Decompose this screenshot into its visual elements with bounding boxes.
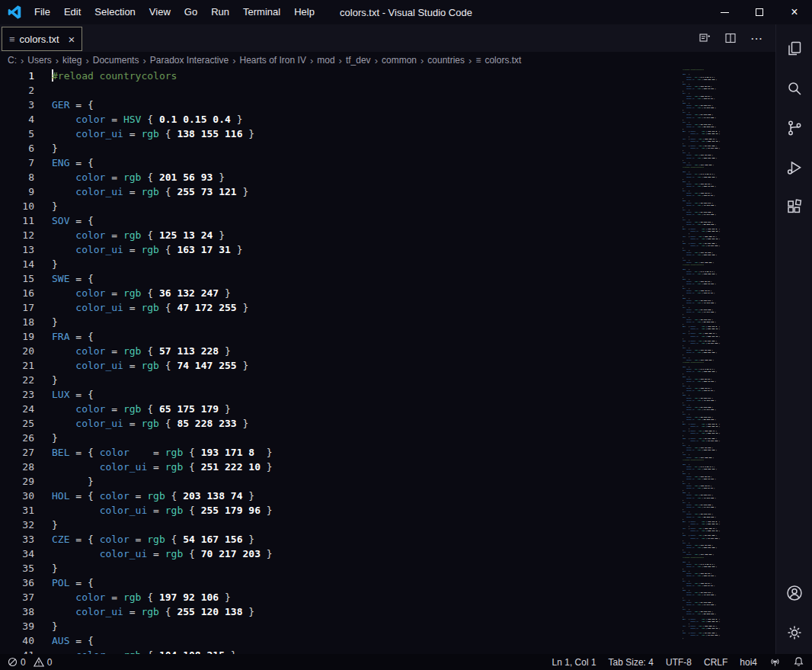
code-line[interactable]: 11SOV = { <box>0 213 676 228</box>
line-number: 25 <box>0 416 34 431</box>
source-control-icon[interactable] <box>776 108 812 148</box>
code-line[interactable]: 38 color_ui = rgb { 255 120 138 } <box>0 604 676 619</box>
code-line[interactable]: 14} <box>0 257 676 271</box>
line-number: 22 <box>0 373 34 387</box>
code-line[interactable]: 22} <box>0 373 676 387</box>
code-line[interactable]: 36POL = { <box>0 575 676 590</box>
code-line[interactable]: 10} <box>0 199 676 213</box>
line-content: color_ui = rgb { 255 73 121 } <box>34 184 248 199</box>
code-line[interactable]: 40AUS = { <box>0 633 676 648</box>
language-mode[interactable]: hoi4 <box>740 657 757 668</box>
menu-item-run[interactable]: Run <box>204 0 236 24</box>
code-line[interactable]: 15SWE = { <box>0 271 676 286</box>
notifications-bell-icon[interactable] <box>793 656 804 668</box>
line-content: AUS = { <box>34 633 94 648</box>
code-line[interactable]: 28 color_ui = rgb { 251 222 10 } <box>0 460 676 474</box>
breadcrumb-item[interactable]: countries <box>427 55 465 66</box>
menu-item-go[interactable]: Go <box>177 0 204 24</box>
breadcrumb-item[interactable]: colors.txt <box>484 55 521 66</box>
code-line[interactable]: 19FRA = { <box>0 329 676 344</box>
extensions-icon[interactable] <box>776 188 812 227</box>
code-line[interactable]: 7ENG = { <box>0 155 676 170</box>
eol-sequence[interactable]: CRLF <box>704 657 727 668</box>
close-button[interactable]: × <box>777 0 812 24</box>
error-icon <box>8 657 18 667</box>
code-line[interactable]: 41 color = rgb { 104 108 215 } <box>0 648 676 654</box>
code-line[interactable]: 4 color = HSV { 0.1 0.15 0.4 } <box>0 112 676 127</box>
line-number: 33 <box>0 532 34 547</box>
settings-gear-icon[interactable] <box>776 613 812 652</box>
code-area[interactable]: 1#reload countrycolors23GER = {4 color =… <box>0 69 676 654</box>
code-line[interactable]: 35} <box>0 561 676 575</box>
code-line[interactable]: 8 color = rgb { 201 56 93 } <box>0 170 676 184</box>
code-line[interactable]: 5 color_ui = rgb { 138 155 116 } <box>0 127 676 141</box>
minimap[interactable]: #reload countrycolorsGER = { color = HSV… <box>676 69 775 654</box>
code-line[interactable]: 27BEL = { color = rgb { 193 171 8 } <box>0 445 676 460</box>
code-line[interactable]: 3GER = { <box>0 98 676 112</box>
code-line[interactable]: 33CZE = { color = rgb { 54 167 156 } <box>0 532 676 547</box>
explorer-icon[interactable] <box>776 29 812 69</box>
line-content: FRA = { <box>34 329 94 344</box>
breadcrumb-item[interactable]: mod <box>317 55 334 66</box>
breadcrumb-item[interactable]: Documents <box>93 55 139 66</box>
code-line[interactable]: 2 <box>0 83 676 98</box>
menu-item-edit[interactable]: Edit <box>57 0 88 24</box>
tab-close-icon[interactable]: × <box>64 33 75 46</box>
maximize-button[interactable] <box>742 0 777 24</box>
code-line[interactable]: 17 color_ui = rgb { 47 172 255 } <box>0 300 676 315</box>
minimize-button[interactable] <box>707 0 742 24</box>
breadcrumb-item[interactable]: kiteg <box>62 55 82 66</box>
open-changes-icon[interactable] <box>699 32 711 44</box>
editor[interactable]: 1#reload countrycolors23GER = {4 color =… <box>0 69 775 654</box>
problems-indicator[interactable]: 0 0 <box>8 657 52 668</box>
more-actions-icon[interactable]: ⋯ <box>750 31 763 46</box>
menu-item-selection[interactable]: Selection <box>88 0 142 24</box>
code-line[interactable]: 6} <box>0 141 676 155</box>
menu-item-terminal[interactable]: Terminal <box>236 0 287 24</box>
code-line[interactable]: 13 color_ui = rgb { 163 17 31 } <box>0 242 676 257</box>
line-content: color_ui = rgb { 255 179 96 } <box>34 503 273 518</box>
tab-colors-txt[interactable]: ≡ colors.txt × <box>2 27 82 51</box>
code-line[interactable]: 25 color_ui = rgb { 85 228 233 } <box>0 416 676 431</box>
menu-item-help[interactable]: Help <box>287 0 321 24</box>
split-editor-icon[interactable] <box>724 32 737 44</box>
code-line[interactable]: 18} <box>0 315 676 329</box>
encoding[interactable]: UTF-8 <box>666 657 692 668</box>
code-line[interactable]: 1#reload countrycolors <box>0 69 676 83</box>
remote-indicator-icon[interactable] <box>769 656 781 668</box>
account-icon[interactable] <box>776 573 812 613</box>
code-line[interactable]: 9 color_ui = rgb { 255 73 121 } <box>0 184 676 199</box>
cursor-position[interactable]: Ln 1, Col 1 <box>552 657 596 668</box>
breadcrumb-item[interactable]: C: <box>8 55 17 66</box>
breadcrumb-item[interactable]: Users <box>27 55 51 66</box>
line-content: } <box>34 257 58 271</box>
code-line[interactable]: 29 } <box>0 474 676 489</box>
code-line[interactable]: 12 color = rgb { 125 13 24 } <box>0 228 676 242</box>
code-line[interactable]: 23LUX = { <box>0 387 676 402</box>
breadcrumb-item[interactable]: Paradox Interactive <box>150 55 229 66</box>
line-content: color = rgb { 197 92 106 } <box>34 590 231 604</box>
code-line[interactable]: 20 color = rgb { 57 113 228 } <box>0 344 676 358</box>
line-content: color = HSV { 0.1 0.15 0.4 } <box>34 112 242 127</box>
breadcrumb-item[interactable]: Hearts of Iron IV <box>240 55 306 66</box>
code-line[interactable]: 34 color_ui = rgb { 70 217 203 } <box>0 547 676 561</box>
line-number: 17 <box>0 300 34 315</box>
search-icon[interactable] <box>776 69 812 108</box>
breadcrumb-item[interactable]: tf_dev <box>346 55 371 66</box>
code-line[interactable]: 39} <box>0 619 676 633</box>
line-content: CZE = { color = rgb { 54 167 156 } <box>34 532 254 547</box>
breadcrumb-item[interactable]: common <box>382 55 417 66</box>
code-line[interactable]: 30HOL = { color = rgb { 203 138 74 } <box>0 489 676 503</box>
run-debug-icon[interactable] <box>776 148 812 188</box>
editor-actions: ⋯ <box>699 31 775 46</box>
code-line[interactable]: 26} <box>0 431 676 445</box>
menu-item-file[interactable]: File <box>27 0 57 24</box>
code-line[interactable]: 21 color_ui = rgb { 74 147 255 } <box>0 358 676 373</box>
menu-item-view[interactable]: View <box>142 0 177 24</box>
code-line[interactable]: 31 color_ui = rgb { 255 179 96 } <box>0 503 676 518</box>
code-line[interactable]: 32} <box>0 518 676 532</box>
indentation[interactable]: Tab Size: 4 <box>609 657 654 668</box>
code-line[interactable]: 16 color = rgb { 36 132 247 } <box>0 286 676 300</box>
code-line[interactable]: 37 color = rgb { 197 92 106 } <box>0 590 676 604</box>
code-line[interactable]: 24 color = rgb { 65 175 179 } <box>0 402 676 416</box>
